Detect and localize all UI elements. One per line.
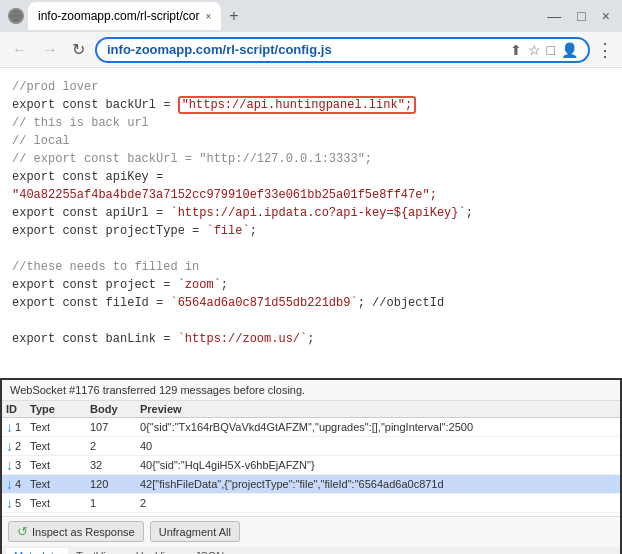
share-icon[interactable]: ⬆: [510, 42, 522, 58]
nav-bar: ← → ↻ info-zoomapp.com/rl-script/config.…: [0, 32, 622, 68]
row-body: 2: [90, 440, 140, 452]
col-type: Type: [30, 403, 90, 415]
table-row[interactable]: ↓ 4 Text 120 42["fishFileData",{"project…: [2, 475, 620, 494]
window-controls: — □ ×: [543, 8, 614, 24]
highlighted-url: "https://api.huntingpanel.link";: [178, 96, 416, 114]
close-button[interactable]: ×: [598, 8, 614, 24]
address-bar[interactable]: info-zoomapp.com/rl-script/config.js ⬆ ☆…: [95, 37, 590, 63]
devtools-header: WebSocket #1176 transferred 129 messages…: [2, 380, 620, 401]
back-button[interactable]: ←: [8, 39, 32, 61]
inspect-icon: ↺: [17, 524, 28, 539]
row-id: ↓ 5: [6, 495, 30, 511]
devtools-panel: WebSocket #1176 transferred 129 messages…: [0, 378, 622, 554]
row-body: 107: [90, 421, 140, 433]
devtools-table: ID Type Body Preview ↓ 1 Text 107 0{"sid…: [2, 401, 620, 516]
direction-icon: ↓: [6, 419, 13, 435]
code-line-1: //prod lover: [12, 78, 610, 96]
browser-menu-button[interactable]: ⋮: [596, 39, 614, 61]
inspect-response-button[interactable]: ↺ Inspect as Response: [8, 521, 144, 542]
tab-close-button[interactable]: ×: [205, 11, 211, 22]
code-line-13: export const fileId = `6564ad6a0c871d55d…: [12, 294, 610, 312]
code-line-4: // local: [12, 132, 610, 150]
row-preview: 2: [140, 497, 616, 509]
code-line-8: export const apiUrl = `https://api.ipdat…: [12, 204, 610, 222]
tabs-icon[interactable]: □: [547, 42, 555, 58]
address-text: info-zoomapp.com/rl-script/config.js: [107, 42, 504, 57]
table-row[interactable]: ↓ 3 Text 32 40{"sid":"HqL4giH5X-v6hbEjAF…: [2, 456, 620, 475]
devtools-actions: ↺ Inspect as Response Unfragment All: [2, 516, 620, 546]
code-line-10: [12, 240, 610, 258]
row-type: Text: [30, 459, 90, 471]
code-line-2: export const backUrl = "https://api.hunt…: [12, 96, 610, 114]
devtools-tab-json[interactable]: JSON: [187, 548, 232, 554]
tab-bar: info-zoomapp.com/rl-script/cor × +: [8, 2, 539, 30]
row-preview: 0{"sid":"Tx164rBQVaVkd4GtAFZM","upgrades…: [140, 421, 616, 433]
forward-button[interactable]: →: [38, 39, 62, 61]
direction-icon: ↓: [6, 495, 13, 511]
code-line-9: export const projectType = `file`;: [12, 222, 610, 240]
row-type: Text: [30, 478, 90, 490]
row-id: ↓ 4: [6, 476, 30, 492]
code-line-3: // this is back url: [12, 114, 610, 132]
row-id: ↓ 2: [6, 438, 30, 454]
code-view: //prod lover export const backUrl = "htt…: [0, 68, 622, 378]
col-id: ID: [6, 403, 30, 415]
bookmark-icon[interactable]: ☆: [528, 42, 541, 58]
devtools-tab-hexview[interactable]: HexView: [128, 548, 187, 554]
direction-icon: ↓: [6, 476, 13, 492]
devtools-tab-textview[interactable]: TextView: [68, 548, 128, 554]
table-headers: ID Type Body Preview: [2, 401, 620, 418]
row-body: 32: [90, 459, 140, 471]
table-row[interactable]: ↓ 2 Text 2 40: [2, 437, 620, 456]
maximize-button[interactable]: □: [573, 8, 589, 24]
unfragment-button[interactable]: Unfragment All: [150, 521, 240, 542]
reload-button[interactable]: ↻: [68, 38, 89, 61]
row-type: Text: [30, 440, 90, 452]
active-tab[interactable]: info-zoomapp.com/rl-script/cor ×: [28, 2, 221, 30]
code-line-5: // export const backUrl = "http://127.0.…: [12, 150, 610, 168]
code-line-11: //these needs to filled in: [12, 258, 610, 276]
direction-icon: ↓: [6, 457, 13, 473]
new-tab-button[interactable]: +: [225, 7, 242, 25]
col-preview: Preview: [140, 403, 616, 415]
row-body: 1: [90, 497, 140, 509]
row-preview: 40: [140, 440, 616, 452]
address-icons: ⬆ ☆ □ 👤: [510, 42, 578, 58]
col-body: Body: [90, 403, 140, 415]
row-id: ↓ 1: [6, 419, 30, 435]
code-line-15: export const banLink = `https://zoom.us/…: [12, 330, 610, 348]
title-bar: info-zoomapp.com/rl-script/cor × + — □ ×: [0, 0, 622, 32]
devtools-tab-metadata[interactable]: Metadata: [6, 548, 68, 554]
row-type: Text: [30, 497, 90, 509]
tab-label: info-zoomapp.com/rl-script/cor: [38, 9, 199, 23]
direction-icon: ↓: [6, 438, 13, 454]
browser-icon: [8, 8, 24, 24]
table-row[interactable]: ↓ 5 Text 1 2: [2, 494, 620, 513]
code-line-12: export const project = `zoom`;: [12, 276, 610, 294]
row-preview: 42["fishFileData",{"projectType":"file",…: [140, 478, 616, 490]
code-line-6: export const apiKey =: [12, 168, 610, 186]
devtools-tabs: MetadataTextViewHexViewJSON: [2, 546, 620, 554]
code-line-7: "40a82255af4ba4bde73a7152cc979910ef33e06…: [12, 186, 610, 204]
table-row[interactable]: ↓ 1 Text 107 0{"sid":"Tx164rBQVaVkd4GtAF…: [2, 418, 620, 437]
row-type: Text: [30, 421, 90, 433]
row-id: ↓ 3: [6, 457, 30, 473]
minimize-button[interactable]: —: [543, 8, 565, 24]
profile-icon[interactable]: 👤: [561, 42, 578, 58]
row-body: 120: [90, 478, 140, 490]
code-line-14: [12, 312, 610, 330]
row-preview: 40{"sid":"HqL4giH5X-v6hbEjAFZN"}: [140, 459, 616, 471]
